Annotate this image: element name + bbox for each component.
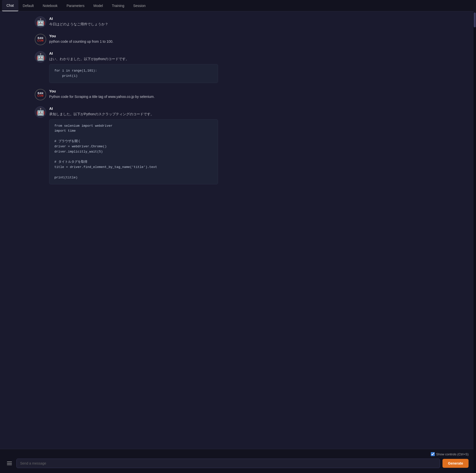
show-controls-label[interactable]: Show controls (Ctrl+S) (431, 452, 469, 456)
ai-robot-icon: 🤖 (36, 18, 45, 26)
top-navigation: Chat Default Notebook Parameters Model T… (0, 0, 476, 11)
avatar-you: BAN COM (35, 34, 46, 45)
code-block: from selenium import webdriver import ti… (49, 119, 218, 185)
message-sender: You (49, 89, 464, 93)
tab-default[interactable]: Default (18, 0, 38, 11)
messages-container[interactable]: 🤖 AI 今日はどのようなご用件でしょうか？ BAN COM You pytho… (0, 11, 474, 449)
message-text: Python code for Scraping a title tag of … (49, 94, 464, 99)
message-text: python code of counting up from 1 to 100… (49, 39, 464, 44)
avatar-you: BAN COM (35, 89, 46, 100)
message-content: AI 今日はどのようなご用件でしょうか？ (49, 16, 464, 27)
code-block: for i in range(1,101): print(i) (49, 64, 218, 83)
main-container: 🤖 AI 今日はどのようなご用件でしょうか？ BAN COM You pytho… (0, 11, 476, 473)
tab-training[interactable]: Training (107, 0, 129, 11)
show-controls-checkbox[interactable] (431, 452, 435, 456)
message-sender: You (49, 34, 464, 38)
generate-button[interactable]: Generate (442, 459, 469, 468)
bottom-bar: Show controls (Ctrl+S) Generate (0, 449, 474, 473)
hamburger-line-2 (7, 463, 12, 464)
hamburger-line-1 (7, 462, 12, 462)
avatar-ai: 🤖 (35, 106, 46, 118)
message-content: You python code of counting up from 1 to… (49, 34, 464, 44)
message-row: 🤖 AI はい、わかりました。以下がpythonのコードです。 for i in… (35, 51, 464, 83)
tab-chat[interactable]: Chat (2, 0, 18, 11)
tab-parameters[interactable]: Parameters (62, 0, 89, 11)
avatar-ai: 🤖 (35, 51, 46, 63)
message-row: BAN COM You Python code for Scraping a t… (35, 89, 464, 100)
ai-robot-icon: 🤖 (36, 53, 45, 61)
input-row: Generate (5, 459, 469, 468)
tab-session[interactable]: Session (129, 0, 150, 11)
message-content: AI はい、わかりました。以下がpythonのコードです。 for i in r… (49, 51, 464, 83)
message-sender: AI (49, 16, 464, 21)
menu-button[interactable] (5, 461, 14, 466)
message-text: はい、わかりました。以下がpythonのコードです。 (49, 56, 464, 62)
message-text: 今日はどのようなご用件でしょうか？ (49, 22, 464, 27)
show-controls-text: Show controls (Ctrl+S) (436, 452, 469, 456)
tab-model[interactable]: Model (89, 0, 107, 11)
message-input[interactable] (16, 459, 440, 468)
message-row: BAN COM You python code of counting up f… (35, 34, 464, 45)
hamburger-line-3 (7, 465, 12, 465)
message-sender: AI (49, 51, 464, 55)
controls-row: Show controls (Ctrl+S) (5, 452, 469, 456)
tab-notebook[interactable]: Notebook (38, 0, 62, 11)
chat-area: 🤖 AI 今日はどのようなご用件でしょうか？ BAN COM You pytho… (0, 11, 474, 473)
message-sender: AI (49, 106, 464, 111)
message-row: 🤖 AI 今日はどのようなご用件でしょうか？ (35, 16, 464, 28)
message-content: You Python code for Scraping a title tag… (49, 89, 464, 99)
avatar-bottom-text: COM (37, 39, 44, 42)
avatar-bottom-text: COM (37, 95, 44, 97)
ai-robot-icon: 🤖 (36, 108, 45, 116)
message-text: 承知しました。以下がPythonのスクラップティングのコードです。 (49, 112, 464, 117)
scrollbar-thumb (474, 12, 476, 27)
message-content: AI 承知しました。以下がPythonのスクラップティングのコードです。 fro… (49, 106, 464, 185)
scrollbar[interactable] (474, 11, 476, 473)
message-row: 🤖 AI 承知しました。以下がPythonのスクラップティングのコードです。 f… (35, 106, 464, 185)
avatar-ai: 🤖 (35, 16, 46, 28)
